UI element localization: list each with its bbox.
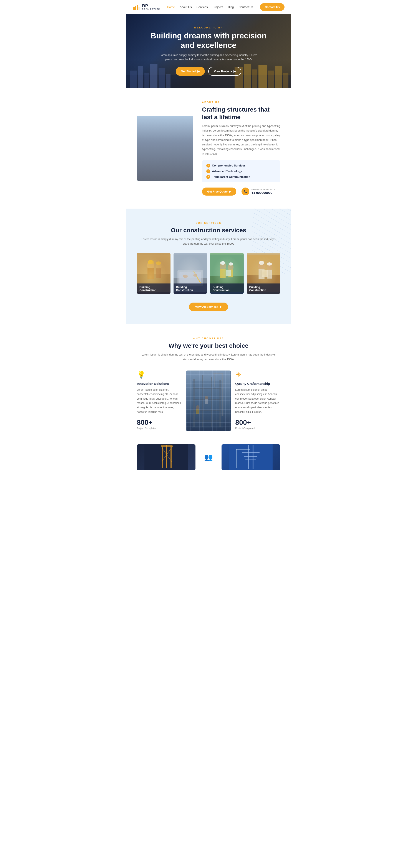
svg-point-23 (158, 127, 167, 132)
svg-point-55 (229, 262, 233, 266)
svg-rect-45 (179, 272, 201, 284)
svg-point-63 (267, 264, 272, 271)
service-card-1[interactable]: Building Construction (137, 253, 171, 294)
svg-rect-68 (193, 379, 195, 427)
why-left-stat: 800+ (137, 418, 182, 427)
play-icon: ▶ (234, 70, 236, 73)
svg-point-40 (156, 261, 161, 265)
svg-point-35 (147, 261, 154, 270)
view-projects-button[interactable]: View Projects ▶ (208, 67, 241, 76)
svg-rect-83 (205, 399, 208, 404)
svg-rect-53 (220, 269, 226, 278)
svg-rect-38 (147, 268, 154, 279)
svg-point-25 (160, 128, 166, 135)
view-all-services-button[interactable]: View All Services ▶ (189, 303, 228, 311)
features-list: ✓ Comprehensive Services ✓ Advanced Tech… (202, 160, 280, 182)
about-title: Crafting structures that last a lifetime (202, 106, 280, 121)
why-right-stat-label: Project Completed (235, 427, 280, 430)
svg-rect-26 (158, 140, 167, 153)
logo-icon (132, 3, 140, 11)
svg-rect-3 (139, 7, 140, 10)
svg-rect-6 (138, 66, 143, 88)
nav-item-blog[interactable]: Blog (228, 5, 234, 9)
support-label: call support center 24X7 (251, 188, 275, 191)
logo[interactable]: BP REAL ESTATE (132, 3, 160, 11)
svg-rect-28 (156, 140, 160, 148)
nav-link-services[interactable]: Services (197, 5, 208, 9)
svg-rect-78 (213, 373, 223, 374)
arrow-icon-services: ▶ (220, 305, 222, 308)
nav-item-home[interactable]: Home (167, 5, 175, 9)
feature-label-2: Advanced Technology (212, 169, 242, 173)
svg-rect-18 (137, 116, 193, 181)
feature-label-1: Comprehensive Services (212, 164, 246, 167)
svg-rect-76 (192, 381, 222, 428)
svg-rect-37 (148, 263, 153, 264)
bottom-icon-center: 👥 (200, 444, 217, 470)
logo-sub: REAL ESTATE (142, 8, 160, 10)
why-right-title: Quality Craftsmanship (235, 382, 280, 385)
why-description: Lorem Ipsum is simply dummy text of the … (137, 352, 280, 362)
services-grid: Building Construction Building Construct… (137, 253, 280, 294)
svg-rect-90 (161, 445, 173, 447)
why-title: Why we're your best choice (137, 342, 280, 349)
why-left-desc: Lorem ipsum dolor sit amet, consectetuer… (137, 388, 182, 414)
why-grid: 💡 Innovation Solutions Lorem ipsum dolor… (137, 371, 280, 431)
service-card-label-4: Building Construction (247, 283, 280, 294)
svg-rect-73 (193, 399, 221, 400)
nav-link-home[interactable]: Home (167, 5, 175, 9)
about-eyebrow: ABOUT US (202, 101, 280, 103)
get-started-button[interactable]: Get Started ▶ (176, 67, 205, 76)
nav-link-blog[interactable]: Blog (228, 5, 234, 9)
service-card-label-2: Building Construction (174, 283, 207, 294)
svg-rect-85 (162, 446, 163, 468)
nav-item-contact[interactable]: Contact Us (238, 5, 253, 9)
svg-rect-75 (193, 421, 221, 422)
svg-rect-57 (226, 270, 231, 276)
nav-link-about[interactable]: About Us (180, 5, 192, 9)
svg-rect-0 (133, 7, 135, 10)
nav-item-projects[interactable]: Projects (213, 5, 223, 9)
about-content: ABOUT US Crafting structures that last a… (202, 101, 280, 195)
bottom-card-left (137, 444, 196, 470)
scaffolding-image-icon (186, 371, 231, 431)
svg-point-39 (155, 263, 161, 270)
hero-buttons: Get Started ▶ View Projects ▶ (148, 67, 269, 76)
svg-rect-77 (221, 373, 223, 416)
nav-link-contact[interactable]: Contact Us (238, 5, 253, 9)
svg-rect-29 (171, 140, 175, 147)
why-left-stat-label: Project Completed (137, 427, 182, 430)
why-right-stat: 800+ (235, 418, 280, 427)
why-card-right: ☀ Quality Craftsmanship Lorem ipsum dolo… (235, 371, 280, 431)
feature-label-3: Transparent Communication (212, 175, 250, 179)
svg-rect-21 (167, 122, 177, 123)
get-free-quote-button[interactable]: Get Free Quote ▶ (202, 188, 236, 195)
svg-rect-93 (252, 445, 254, 469)
service-card-3[interactable]: Building Construction (210, 253, 244, 294)
svg-rect-94 (242, 452, 260, 453)
svg-point-22 (157, 129, 168, 142)
bottom-section: 👥 (126, 444, 291, 479)
nav-item-about[interactable]: About Us (180, 5, 192, 9)
svg-rect-2 (137, 5, 138, 10)
svg-point-52 (220, 261, 226, 265)
svg-rect-30 (137, 172, 193, 181)
hero-section: WELCOME TO BP Building dreams with preci… (126, 14, 291, 88)
service-card-2[interactable]: Building Construction (174, 253, 207, 294)
quality-icon: ☀ (235, 371, 244, 379)
nav-link-projects[interactable]: Projects (213, 5, 223, 9)
hero-content: WELCOME TO BP Building dreams with preci… (143, 22, 274, 80)
svg-rect-71 (219, 380, 221, 427)
svg-rect-5 (130, 70, 137, 88)
about-image (137, 116, 193, 181)
hero-title: Building dreams with precision and excel… (148, 31, 269, 50)
svg-point-60 (258, 262, 265, 271)
svg-rect-70 (211, 377, 212, 427)
worker-image-icon (137, 116, 193, 181)
nav-item-services[interactable]: Services (197, 5, 208, 9)
svg-rect-31 (139, 148, 146, 172)
svg-rect-65 (267, 270, 272, 279)
svg-rect-46 (193, 271, 201, 283)
service-card-4[interactable]: Building Construction (247, 253, 280, 294)
contact-us-button[interactable]: Contact Us (260, 3, 285, 11)
